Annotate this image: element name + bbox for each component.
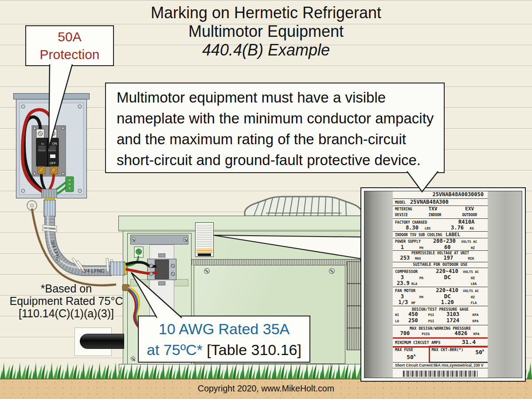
nameplate-row-subcooling: INDOOR TXV SUB COOLING LABEL (393, 231, 488, 238)
nameplate-row-min-circuit-amps: MINIMUM CIRCUIT AMPS 31.4 (393, 338, 488, 347)
protection-callout-line2: Protection (26, 46, 113, 63)
max-fuse-cell: MAX FUSE 50A (393, 347, 430, 362)
max-ckt-bkr-cell: MAX CKT-BKR(*) 50A (430, 347, 488, 362)
nameplate-row-design-pressure: DESIGN/TEST PRESSURE GAGE HI 450 PSI 310… (393, 306, 488, 325)
conductor-callout: 10 AWG Rated 35A at 75ºC* [Table 310.16] (138, 316, 310, 363)
based-on-line3: [110.14(C)(1)(a)(3)] (1, 307, 132, 320)
protection-callout-line1: 50A (26, 28, 113, 46)
nameplate-row-outdoor-use: SUITABLE FOR OUTDOOR USE (393, 262, 488, 268)
conductor-callout-line2-ref: [Table 310.16] (203, 341, 301, 358)
rule-note-line: nameplate with the minimum conductor amp… (117, 108, 444, 129)
copyright-text: Copyright 2020, www.MikeHolt.com (0, 383, 532, 394)
based-on-note: *Based on Equipment Rated 75°C [110.14(C… (1, 282, 132, 320)
nameplate-row-device: DEVICE INDOOR OUTDOOR (393, 212, 488, 218)
nameplate-photo: 25VNAB48A0030050 MODEL 25VNAB48A300 METE… (360, 187, 526, 382)
nameplate-row-compressor: COMPRESSOR 220-410 VOLTS AC 3 PH DC HZ 2… (393, 268, 488, 287)
nameplate-label: 25VNAB48A0030050 MODEL 25VNAB48A300 METE… (393, 191, 488, 378)
nameplate-row-max-ocpd: MAX FUSE 50A MAX CKT-BKR(*) 50A (393, 347, 488, 362)
rule-note-line: Multimotor equipment must have a visible (117, 87, 444, 108)
nameplate-row-short-circuit: Short Circuit Current:5kA rms,symmetrica… (393, 362, 488, 368)
conductor-callout-line1: 10 AWG Rated 35A (139, 319, 309, 340)
rule-note-callout: Multimotor equipment must have a visible… (105, 83, 445, 173)
nameplate-row-serial: 25VNAB48A0030050 (393, 191, 488, 198)
nameplate-row-power-supply: POWER SUPPLY 208-230 VOLTS AC 1 PH 60 HZ (393, 238, 488, 250)
nameplate-row-permissible-voltage: PERMISSIBLE VOLTAGE AT UNIT 253 MAX 197 … (393, 250, 488, 262)
conductor-callout-line2-blue: at 75ºC* (147, 341, 203, 358)
photo-panel-left (364, 191, 393, 378)
nameplate-row-barcode (393, 368, 488, 378)
nameplate-row-fan-motor: FAN MOTOR 220-410 VOLTS AC 3 PH DC HZ 1/… (393, 287, 488, 306)
nameplate-row-metering: METERING TXV EXV (393, 205, 488, 212)
nameplate-row-max-working-pressure: MAX DESIGN/WORKING PRESSURE 700 PSIG 482… (393, 325, 488, 338)
protection-callout: 50A Protection (25, 25, 114, 66)
rule-note-line: short-circuit and ground-fault protectiv… (117, 150, 444, 170)
based-on-line2: Equipment Rated 75°C (1, 295, 132, 307)
based-on-line1: *Based on (1, 282, 132, 295)
nameplate-row-model: MODEL 25VNAB48A300 (393, 198, 488, 205)
slide-title-line1: Marking on Hermetic Refrigerant (0, 4, 532, 22)
barcode (403, 371, 477, 377)
nameplate-row-factory-charge: FACTORY CHARGED R410A 8.30 LBS 3.76 KG (393, 218, 488, 231)
slide: Marking on Hermetic Refrigerant Multimot… (0, 0, 532, 399)
rule-note-line: and the maximum rating of the branch-cir… (117, 129, 444, 150)
photo-panel-right (488, 191, 522, 378)
